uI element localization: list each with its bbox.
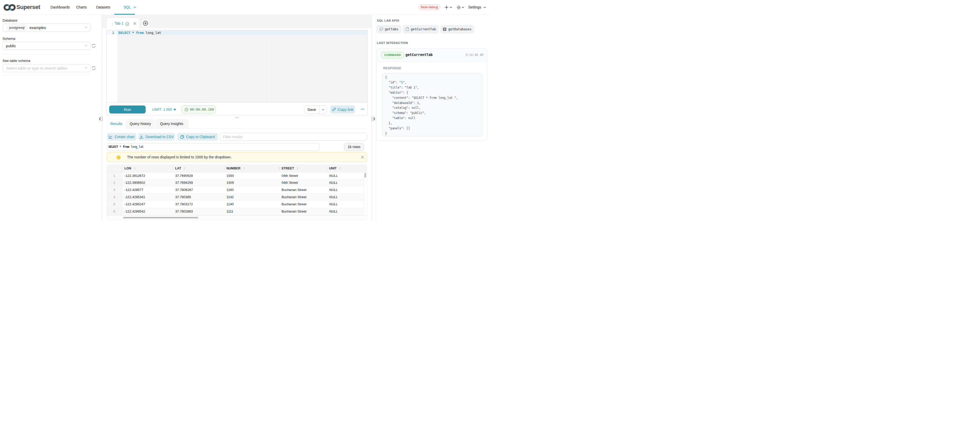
table-select-placeholder: Select table or type to search tables	[6, 66, 67, 70]
get-databases-label: getDatabases	[448, 27, 471, 31]
json-response-line: "table": null	[385, 116, 482, 121]
tab-query-history[interactable]: Query history	[126, 119, 154, 129]
nav-datasets[interactable]: Datasets	[96, 0, 110, 14]
more-menu-icon[interactable]	[361, 109, 364, 110]
limit-caret-down-icon	[173, 109, 176, 111]
column-header-unit[interactable]: UNIT	[327, 165, 367, 172]
cell-unit: NULL	[327, 187, 367, 193]
column-header-lon[interactable]: LON	[122, 165, 173, 172]
table-select[interactable]: Select table or type to search tables	[3, 64, 91, 72]
get-databases-button[interactable]: getDatabases	[440, 25, 474, 34]
debug-panel-collapse-button[interactable]	[372, 116, 376, 122]
settings-chevron-down-icon[interactable]	[484, 7, 486, 8]
row-count-button[interactable]: 1k rows	[344, 143, 364, 151]
tab-title[interactable]: Tab 1	[115, 21, 123, 26]
schema-refresh-icon[interactable]	[92, 44, 96, 48]
vertical-scroll-thumb[interactable]	[364, 173, 366, 178]
cell-street: Buchanan Street	[279, 208, 327, 215]
cell-street: Buchanan Street	[279, 201, 327, 208]
env-badge: flask-debug	[418, 4, 440, 10]
get-current-tab-button[interactable]: getCurrentTab	[403, 25, 439, 34]
run-button[interactable]: Run	[109, 105, 146, 113]
nav-sql[interactable]: SQL	[124, 0, 131, 14]
column-header-street[interactable]: STREET	[279, 165, 327, 172]
panel-resize-handle[interactable]	[235, 117, 239, 119]
collapse-left-icon	[99, 117, 101, 120]
json-response-line: },	[385, 121, 482, 126]
json-response-line: "schema": "public",	[385, 111, 482, 116]
sort-icon[interactable]	[297, 167, 299, 170]
plus-icon[interactable]	[445, 6, 448, 9]
sql-keyword-from: from	[136, 31, 143, 35]
cell-lat: 37.7694259	[173, 179, 224, 186]
results-table: LONLATNUMBERSTREETUNIT 1-122.391267237.7…	[107, 164, 368, 220]
preview-keyword-from: from	[123, 145, 129, 148]
database-label: Database	[3, 19, 18, 22]
tab-query-insights[interactable]: Query Insights	[155, 119, 188, 129]
table-refresh-icon[interactable]	[92, 66, 96, 70]
schema-select[interactable]: public	[3, 42, 91, 50]
column-header-lat[interactable]: LAT	[173, 165, 224, 172]
sidebar-collapse-button[interactable]	[98, 116, 102, 122]
tab-drag-handle-icon[interactable]	[112, 22, 113, 26]
copy-clipboard-button[interactable]: Copy to Clipboard	[177, 133, 218, 140]
table-row: 1-122.391267237.7690928155004th StreetNU…	[107, 172, 367, 180]
sort-icon[interactable]	[243, 167, 245, 170]
sort-icon[interactable]	[339, 167, 341, 170]
tab-results-label: Results	[107, 120, 126, 128]
copy-link-button[interactable]: Copy link	[330, 105, 355, 113]
brand-name[interactable]: Superset	[16, 4, 40, 11]
copy-icon	[180, 135, 184, 139]
json-response-line: "title": "Tab 1",	[385, 85, 482, 90]
theme-sun-icon[interactable]	[457, 5, 461, 10]
alert-close-icon[interactable]	[361, 156, 364, 159]
tab-close-icon[interactable]	[133, 22, 136, 25]
table-horizontal-scrollbar[interactable]	[107, 215, 367, 220]
command-badge: COMMAND	[381, 52, 404, 58]
database-select[interactable]: postgresql examples	[3, 24, 91, 32]
sql-chevron-down-icon	[133, 6, 136, 8]
add-tab-button[interactable]	[141, 18, 150, 28]
filter-results-input[interactable]: Filter results	[220, 133, 368, 140]
horizontal-scroll-thumb[interactable]	[123, 217, 198, 219]
apis-heading: SQL LAB APIS	[377, 19, 399, 22]
tab-tab1[interactable]: Tab 1	[107, 18, 139, 29]
sort-icon[interactable]	[184, 167, 185, 170]
save-chevron-down-icon[interactable]	[322, 109, 325, 111]
cell-number: 1140	[224, 201, 279, 208]
database-select-value: examples	[30, 26, 46, 30]
editor-line-number: 1	[107, 31, 114, 35]
tab-query-history-label: Query history	[127, 120, 154, 128]
sort-icon[interactable]	[134, 167, 136, 170]
create-chart-button[interactable]: Create chart	[107, 133, 137, 140]
editor-code-line[interactable]: SELECT * from long_lat	[119, 31, 161, 35]
command-timestamp: 9:34:48 AM	[466, 53, 483, 57]
resize-grip-line	[235, 118, 239, 118]
row-number-cell: 5	[107, 201, 122, 208]
sql-lab-apis-panel: SQL LAB APIS getTabs getCurrentTab getDa…	[376, 14, 490, 221]
cell-number: 1142	[224, 194, 279, 201]
superset-logo[interactable]	[3, 4, 16, 11]
save-button[interactable]: Save	[304, 106, 319, 113]
download-csv-button[interactable]: Download to CSV	[138, 133, 175, 140]
theme-chevron-down-icon[interactable]	[462, 7, 464, 8]
nav-dashboards[interactable]: Dashboards	[51, 0, 70, 14]
right-divider-handle[interactable]	[372, 116, 372, 121]
limit-dropdown[interactable]: LIMIT:1 000	[152, 105, 172, 113]
table-vertical-scrollbar[interactable]	[363, 172, 367, 216]
tab-results[interactable]: Results	[107, 119, 126, 129]
sidebar-divider-2	[3, 75, 91, 75]
settings-menu[interactable]: Settings	[468, 0, 481, 14]
plus-chevron-down-icon[interactable]	[450, 7, 452, 8]
cell-number: 1550	[224, 172, 279, 179]
nav-charts[interactable]: Charts	[76, 0, 87, 14]
left-divider-handle[interactable]	[102, 116, 103, 121]
results-table-body: 1-122.391267237.7690928155004th StreetNU…	[107, 172, 367, 215]
sql-active-underline	[115, 14, 135, 14]
cell-street: 04th Street	[279, 179, 327, 186]
sql-table-name: long_lat	[143, 31, 161, 35]
sql-editor-body[interactable]: 1 SELECT * from long_lat	[107, 30, 367, 102]
database-engine-tag: postgresql	[6, 25, 27, 30]
column-header-number[interactable]: NUMBER	[224, 165, 279, 172]
get-tabs-button[interactable]: getTabs	[376, 25, 401, 34]
